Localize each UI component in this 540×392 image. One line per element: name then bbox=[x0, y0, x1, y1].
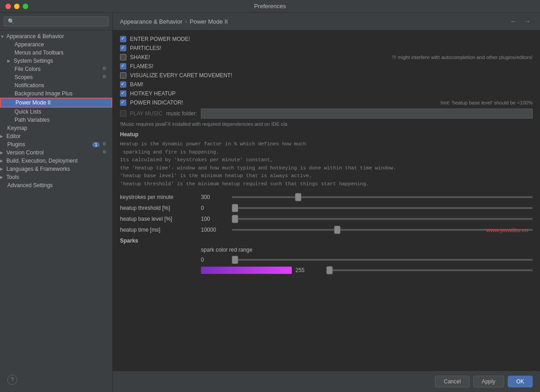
cancel-button[interactable]: Cancel bbox=[435, 376, 469, 387]
slider-base-value: 100 bbox=[201, 216, 228, 222]
play-music-checkbox[interactable] bbox=[120, 110, 126, 117]
back-button[interactable]: ← bbox=[508, 16, 519, 26]
particles-checkbox[interactable] bbox=[120, 45, 126, 51]
breadcrumb-parent: Appearance & Behavior bbox=[120, 18, 182, 25]
shake-checkbox[interactable] bbox=[120, 54, 126, 60]
sidebar-item-label: Scopes bbox=[15, 74, 101, 80]
particles-label: PARTICLES! bbox=[130, 45, 161, 51]
bam-checkbox[interactable] bbox=[120, 81, 126, 88]
color-bar-slider-thumb[interactable] bbox=[326, 266, 333, 274]
sidebar-item-label: Menus and Toolbars bbox=[15, 50, 109, 56]
sidebar-item-tools[interactable]: ▶ Tools bbox=[0, 173, 112, 181]
expand-arrow: ▶ bbox=[0, 134, 6, 139]
sidebar-item-path-variables[interactable]: Path Variables bbox=[0, 116, 112, 124]
heatup-description: Heatup is the dynamic power factor in % … bbox=[120, 140, 533, 189]
spark-red-low-track[interactable] bbox=[232, 259, 533, 261]
sidebar-item-keymap[interactable]: Keymap bbox=[0, 124, 112, 132]
slider-base-track[interactable] bbox=[232, 218, 533, 220]
check-row-bam: BAM! bbox=[120, 81, 533, 88]
sidebar-item-notifications[interactable]: Notifications bbox=[0, 81, 112, 89]
gear-icon: ⚙ bbox=[102, 74, 109, 80]
slider-row-heatup-base: heatup base level [%] 100 bbox=[120, 216, 533, 222]
spark-color-red-range-label: spark color red range bbox=[201, 247, 252, 253]
sidebar-item-build-execution-deployment[interactable]: ▶ Build, Execution, Deployment bbox=[0, 157, 112, 165]
music-folder-label: music folder: bbox=[166, 110, 197, 117]
slider-keystrokes-track[interactable] bbox=[232, 196, 533, 198]
power-indicator-label: POWER INDICATOR! bbox=[130, 99, 183, 106]
sidebar-item-editor[interactable]: ▶ Editor bbox=[0, 132, 112, 140]
slider-time-thumb[interactable] bbox=[334, 226, 340, 234]
sidebar-item-plugins[interactable]: Plugins 1 ⚙ bbox=[0, 140, 112, 149]
spark-color-label-row: spark color red range bbox=[120, 247, 533, 253]
music-folder-input[interactable] bbox=[201, 109, 533, 119]
sidebar-item-label: Build, Execution, Deployment bbox=[6, 158, 109, 164]
sidebar-item-quick-lists[interactable]: Quick Lists bbox=[0, 108, 112, 116]
power-indicator-checkbox[interactable] bbox=[120, 99, 126, 106]
color-gradient-bar bbox=[201, 267, 292, 274]
slider-threshold-track[interactable] bbox=[232, 207, 533, 209]
slider-time-track[interactable] bbox=[232, 229, 533, 231]
sidebar-item-appearance-behavior[interactable]: ▼ Appearance & Behavior bbox=[0, 32, 112, 40]
check-row-hotkey-heatup: HOTKEY HEATUP bbox=[120, 90, 533, 97]
forward-button[interactable]: → bbox=[522, 16, 533, 26]
sidebar-item-label: System Settings bbox=[14, 58, 109, 64]
sidebar-tree: ▼ Appearance & Behavior Appearance Menus… bbox=[0, 30, 112, 367]
sidebar-item-menus-toolbars[interactable]: Menus and Toolbars bbox=[0, 49, 112, 57]
sidebar-item-background-image-plus[interactable]: Background Image Plus bbox=[0, 89, 112, 98]
close-button[interactable] bbox=[5, 4, 11, 9]
enter-power-mode-checkbox[interactable] bbox=[120, 36, 126, 42]
hotkey-heatup-label: HOTKEY HEATUP bbox=[130, 90, 175, 97]
spark-red-low-thumb[interactable] bbox=[232, 256, 238, 264]
play-music-label: PLAY MUSIC bbox=[130, 110, 163, 117]
heatup-title: Heatup bbox=[120, 131, 533, 138]
flames-checkbox[interactable] bbox=[120, 63, 126, 69]
shake-hint: !!! might interfere with autocompletion … bbox=[392, 55, 533, 60]
music-row: PLAY MUSIC music folder: bbox=[120, 109, 533, 119]
search-input[interactable] bbox=[4, 16, 109, 26]
sidebar-item-power-mode-ii[interactable]: Power Mode II bbox=[0, 98, 112, 108]
content-scroll[interactable]: ENTER POWER MODE! PARTICLES! SHAKE! !!! … bbox=[113, 30, 540, 371]
sidebar-item-advanced-settings[interactable]: Advanced Settings bbox=[0, 181, 112, 189]
slider-base-thumb[interactable] bbox=[232, 215, 238, 223]
sidebar-item-version-control[interactable]: ▶ Version Control ⚙ bbox=[0, 149, 112, 157]
sidebar-item-label: Appearance & Behavior bbox=[6, 33, 109, 40]
content-area: Appearance & Behavior › Power Mode II ← … bbox=[113, 13, 540, 392]
shake-label: SHAKE! bbox=[130, 54, 150, 60]
titlebar: Preferences bbox=[0, 0, 540, 13]
help-button[interactable]: ? bbox=[7, 375, 17, 385]
slider-row-heatup-threshold: heatup threshold [%] 0 bbox=[120, 205, 533, 211]
color-bar-slider-track[interactable] bbox=[326, 269, 533, 271]
sidebar-item-label: Advanced Settings bbox=[7, 182, 109, 189]
expand-arrow: ▶ bbox=[0, 175, 6, 179]
visualize-caret-checkbox[interactable] bbox=[120, 72, 126, 79]
check-row-shake: SHAKE! !!! might interfere with autocomp… bbox=[120, 54, 533, 60]
slider-keystrokes-value: 300 bbox=[201, 194, 228, 200]
slider-threshold-thumb[interactable] bbox=[232, 204, 238, 212]
sidebar-item-scopes[interactable]: Scopes ⚙ bbox=[0, 73, 112, 81]
expand-arrow: ▶ bbox=[0, 150, 6, 155]
apply-button[interactable]: Apply bbox=[473, 376, 504, 387]
ok-button[interactable]: OK bbox=[508, 376, 533, 387]
sidebar: ▼ Appearance & Behavior Appearance Menus… bbox=[0, 13, 113, 392]
expand-arrow: ▼ bbox=[0, 34, 6, 39]
minimize-button[interactable] bbox=[14, 4, 20, 9]
slider-threshold-label: heatup threshold [%] bbox=[120, 205, 197, 211]
slider-keystrokes-thumb[interactable] bbox=[295, 193, 301, 201]
sidebar-item-system-settings[interactable]: ▶ System Settings bbox=[0, 57, 112, 65]
sidebar-item-languages-frameworks[interactable]: ▶ Languages & Frameworks bbox=[0, 165, 112, 173]
sparks-title: Sparks bbox=[120, 238, 533, 244]
breadcrumb-separator: › bbox=[185, 18, 187, 25]
sidebar-item-label: Version Control bbox=[6, 149, 101, 156]
check-row-flames: FLAMES! bbox=[120, 63, 533, 69]
sidebar-item-label: Tools bbox=[6, 174, 109, 180]
hotkey-heatup-checkbox[interactable] bbox=[120, 90, 126, 97]
sidebar-item-file-colors[interactable]: File Colors ⚙ bbox=[0, 65, 112, 73]
bam-label: BAM! bbox=[130, 81, 143, 88]
sidebar-item-appearance[interactable]: Appearance bbox=[0, 40, 112, 49]
maximize-button[interactable] bbox=[23, 4, 28, 9]
slider-time-value: 10000 bbox=[201, 227, 228, 233]
slider-row-heatup-time: heatup time [ms] 10000 www.javatiku.cn bbox=[120, 227, 533, 233]
sidebar-item-label: Plugins bbox=[7, 141, 92, 148]
sparks-section: Sparks spark color red range 0 255 bbox=[120, 238, 533, 274]
gear-icon: ⚙ bbox=[102, 141, 109, 148]
